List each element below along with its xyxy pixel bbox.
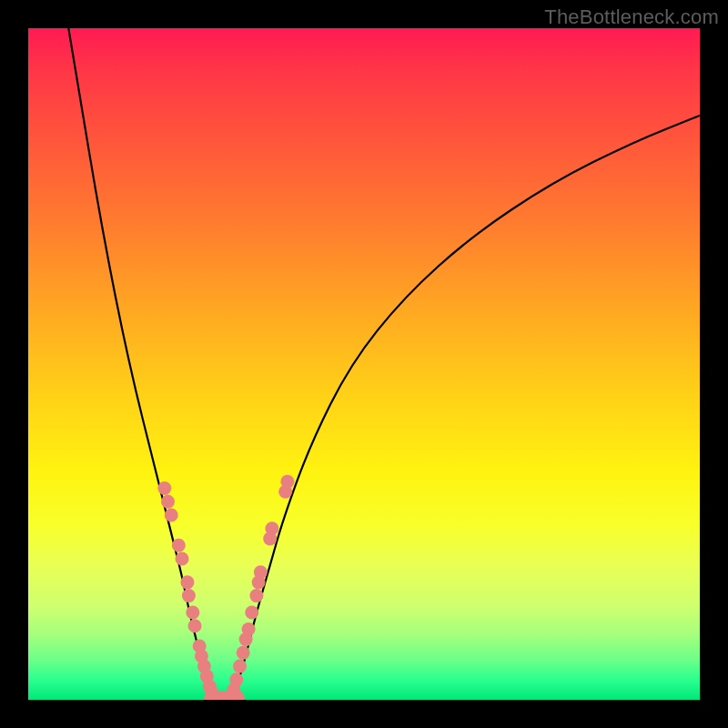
watermark-text: TheBottleneck.com [544,5,719,29]
highlight-dots [157,475,294,700]
highlight-dot [245,606,258,620]
highlight-dot [180,575,194,589]
highlight-dot [165,509,178,522]
highlight-dot [176,552,189,566]
highlight-dot [182,589,196,602]
right-curve [229,116,700,700]
highlight-dot [280,475,294,489]
plot-area [28,28,700,700]
highlight-dot [186,606,199,620]
highlight-dot [157,481,171,495]
highlight-dot [161,495,175,509]
highlight-dot [242,622,256,636]
highlight-dot [172,539,186,552]
highlight-dot [188,619,202,632]
highlight-dot [237,646,250,660]
highlight-dot [233,660,247,673]
highlight-dot [254,565,268,579]
highlight-dot [265,521,278,535]
chart-frame: TheBottleneck.com [0,0,728,728]
highlight-dot [249,589,263,602]
chart-svg [28,28,700,700]
highlight-dot [229,672,243,686]
